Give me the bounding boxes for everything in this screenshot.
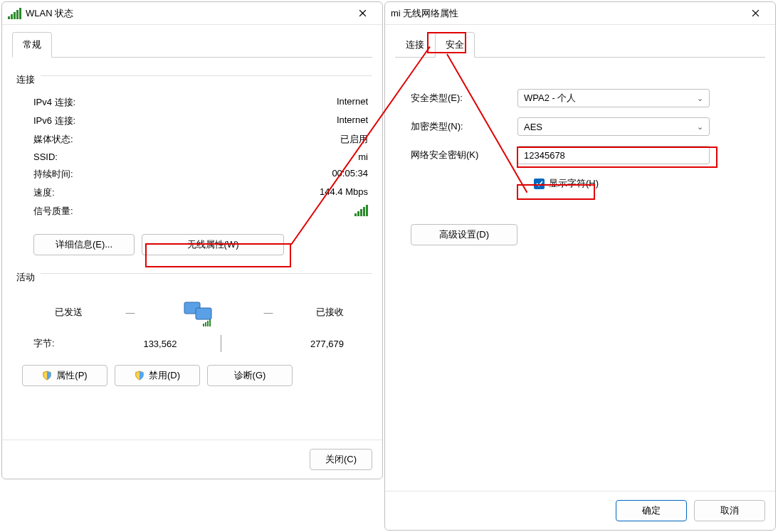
dialog-body-right: 连接 安全 安全类型(E): WPA2 - 个人 ⌄ 加密类型(N): AES … bbox=[385, 25, 775, 491]
cancel-button[interactable]: 取消 bbox=[694, 500, 765, 521]
duration-value: 00:05:34 bbox=[332, 168, 368, 181]
bytes-label: 字节: bbox=[33, 337, 55, 350]
chevron-down-icon: ⌄ bbox=[697, 94, 703, 103]
tab-connection[interactable]: 连接 bbox=[395, 32, 435, 57]
network-key-value: 12345678 bbox=[524, 150, 565, 161]
encryption-type-select[interactable]: AES ⌄ bbox=[517, 117, 710, 136]
separator bbox=[221, 335, 221, 352]
disable-button[interactable]: 禁用(D) bbox=[115, 365, 200, 386]
sent-label: 已发送 bbox=[55, 306, 83, 319]
titlebar-right: mi 无线网络属性 bbox=[385, 2, 775, 25]
dialog-body-left: 常规 连接 IPv4 连接:Internet IPv6 连接:Internet … bbox=[2, 25, 382, 440]
ipv6-value: Internet bbox=[337, 115, 368, 127]
wlan-status-dialog: WLAN 状态 常规 连接 IPv4 连接:Internet IPv6 连接:I… bbox=[1, 1, 383, 479]
close-icon[interactable] bbox=[741, 4, 769, 23]
section-connection: 连接 bbox=[16, 73, 35, 86]
details-button[interactable]: 详细信息(E)... bbox=[33, 234, 135, 255]
tab-general[interactable]: 常规 bbox=[12, 32, 52, 58]
window-title: mi 无线网络属性 bbox=[391, 7, 741, 20]
wifi-icon bbox=[8, 8, 21, 19]
security-type-value: WPA2 - 个人 bbox=[524, 92, 576, 105]
svg-rect-1 bbox=[196, 308, 211, 319]
close-icon[interactable] bbox=[348, 4, 377, 23]
signal-bars-icon bbox=[354, 205, 368, 218]
tabstrip-right: 连接 安全 bbox=[395, 32, 765, 58]
network-key-input[interactable]: 12345678 bbox=[517, 146, 710, 164]
ssid-label: SSID: bbox=[33, 151, 58, 162]
diagnose-button[interactable]: 诊断(G) bbox=[207, 365, 293, 386]
encryption-type-value: AES bbox=[524, 122, 542, 132]
section-activity: 活动 bbox=[16, 271, 35, 284]
media-value: 已启用 bbox=[340, 133, 368, 146]
close-button[interactable]: 关闭(C) bbox=[310, 449, 372, 470]
titlebar-left: WLAN 状态 bbox=[2, 2, 382, 25]
ok-button[interactable]: 确定 bbox=[616, 500, 687, 521]
speed-label: 速度: bbox=[33, 186, 55, 199]
properties-button-label: 属性(P) bbox=[56, 369, 87, 382]
media-label: 媒体状态: bbox=[33, 133, 73, 146]
security-type-select[interactable]: WPA2 - 个人 ⌄ bbox=[517, 89, 710, 107]
ipv4-label: IPv4 连接: bbox=[33, 96, 75, 109]
ipv6-label: IPv6 连接: bbox=[33, 115, 75, 127]
ipv4-value: Internet bbox=[337, 96, 368, 109]
advanced-settings-button[interactable]: 高级设置(D) bbox=[411, 224, 517, 245]
security-type-label: 安全类型(E): bbox=[411, 92, 517, 105]
wireless-properties-button[interactable]: 无线属性(W) bbox=[142, 234, 284, 255]
activity-row: 已发送 — — 已接收 bbox=[12, 291, 372, 326]
svg-rect-5 bbox=[209, 319, 211, 326]
show-characters-checkbox[interactable] bbox=[534, 179, 545, 189]
network-key-label: 网络安全密钥(K) bbox=[411, 149, 517, 161]
wireless-properties-dialog: mi 无线网络属性 连接 安全 安全类型(E): WPA2 - 个人 ⌄ 加密类… bbox=[384, 1, 776, 531]
recv-label: 已接收 bbox=[316, 306, 344, 319]
chevron-down-icon: ⌄ bbox=[697, 122, 703, 132]
footer-right: 确定 取消 bbox=[385, 491, 775, 530]
shield-icon bbox=[135, 371, 144, 381]
svg-rect-2 bbox=[203, 324, 204, 326]
encryption-type-label: 加密类型(N): bbox=[411, 120, 517, 133]
tab-security[interactable]: 安全 bbox=[435, 32, 475, 58]
duration-label: 持续时间: bbox=[33, 168, 73, 181]
signal-label: 信号质量: bbox=[33, 205, 73, 218]
shield-icon bbox=[42, 371, 52, 381]
recv-bytes: 277,679 bbox=[266, 339, 344, 349]
svg-rect-4 bbox=[207, 321, 209, 326]
speed-value: 144.4 Mbps bbox=[320, 186, 368, 199]
show-characters-label: 显示字符(H) bbox=[549, 177, 599, 190]
window-title: WLAN 状态 bbox=[26, 7, 348, 20]
disable-button-label: 禁用(D) bbox=[149, 369, 180, 382]
computers-icon bbox=[178, 298, 221, 326]
footer-left: 关闭(C) bbox=[2, 440, 382, 479]
svg-rect-3 bbox=[205, 322, 206, 326]
properties-button[interactable]: 属性(P) bbox=[22, 365, 107, 386]
ssid-value: mi bbox=[358, 151, 368, 162]
sent-bytes: 133,562 bbox=[98, 339, 177, 349]
tabstrip-left: 常规 bbox=[12, 32, 372, 58]
